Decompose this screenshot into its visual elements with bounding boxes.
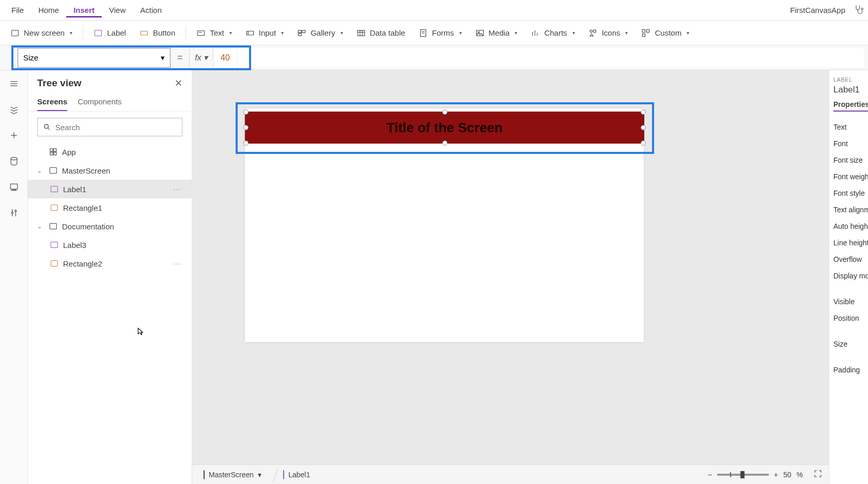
tree-node-rectangle2[interactable]: Rectangle2 ··· (28, 254, 192, 273)
chevron-down-icon: ▾ (70, 30, 72, 36)
tree-node-label3[interactable]: Label3 (28, 236, 192, 254)
hamburger-icon[interactable] (6, 75, 22, 92)
table-icon (357, 28, 366, 38)
input-button[interactable]: Input▾ (239, 25, 290, 41)
more-options-icon[interactable]: ··· (169, 185, 187, 193)
menu-file[interactable]: File (4, 3, 31, 18)
breadcrumb-separator (266, 467, 278, 482)
resize-handle[interactable] (243, 140, 249, 146)
tab-components[interactable]: Components (78, 93, 121, 111)
charts-button[interactable]: Charts▾ (524, 25, 581, 41)
chevron-down-icon: ▾ (161, 53, 165, 63)
chevron-down-icon: ▾ (625, 30, 628, 36)
data-table-button[interactable]: Data table (350, 25, 411, 41)
chevron-down-icon: ▾ (258, 471, 261, 479)
prop-line-height[interactable]: Line height (833, 235, 864, 251)
tree-node-label1[interactable]: Label1 ··· (28, 180, 192, 198)
chevron-down-icon: ⌄ (37, 167, 44, 174)
menu-view[interactable]: View (102, 3, 133, 18)
search-input[interactable] (37, 118, 182, 136)
label-button[interactable]: Label (87, 25, 132, 41)
media-button[interactable]: Media▾ (469, 25, 524, 41)
resize-handle[interactable] (641, 125, 646, 130)
health-check-icon[interactable] (854, 4, 864, 17)
advanced-tools-icon[interactable] (6, 205, 22, 221)
property-dropdown[interactable]: Size ▾ (18, 48, 171, 68)
fit-screen-icon[interactable] (813, 469, 823, 480)
svg-rect-4 (298, 30, 301, 33)
zoom-out-button[interactable]: − (708, 471, 712, 479)
chevron-down-icon: ▾ (204, 53, 208, 63)
breadcrumb-element[interactable]: Label1 (278, 471, 315, 479)
close-icon[interactable]: ✕ (175, 77, 182, 89)
canvas-area[interactable]: Title of the Screen MasterScreen ▾ Label… (192, 70, 829, 484)
svg-point-20 (14, 210, 16, 212)
zoom-thumb[interactable] (740, 471, 745, 478)
screen-icon (204, 471, 205, 479)
prop-padding[interactable]: Padding (833, 362, 864, 378)
custom-button[interactable]: Custom▾ (635, 25, 695, 41)
prop-font-style[interactable]: Font style (833, 185, 864, 201)
svg-rect-14 (647, 29, 649, 32)
charts-icon (531, 28, 540, 38)
prop-display-mode[interactable]: Display mode (833, 268, 864, 284)
prop-auto-height[interactable]: Auto height (833, 218, 864, 235)
tree-node-app[interactable]: App (28, 143, 192, 161)
svg-rect-1 (141, 31, 148, 35)
equals-sign: = (171, 52, 189, 63)
prop-text[interactable]: Text (833, 119, 864, 135)
forms-button[interactable]: Forms▾ (412, 25, 468, 41)
tab-screens[interactable]: Screens (37, 93, 67, 111)
svg-rect-17 (10, 184, 17, 189)
zoom-unit: % (797, 471, 803, 479)
resize-handle[interactable] (442, 110, 447, 115)
resize-handle[interactable] (243, 110, 249, 115)
forms-icon (419, 28, 428, 38)
prop-size[interactable]: Size (833, 336, 864, 352)
zoom-slider[interactable] (717, 474, 769, 476)
svg-rect-22 (50, 149, 53, 151)
resize-handle[interactable] (641, 140, 646, 146)
gallery-button[interactable]: Gallery▾ (291, 25, 349, 41)
chevron-down-icon: ⌄ (37, 223, 44, 230)
svg-rect-15 (643, 34, 645, 36)
formula-input[interactable] (237, 48, 864, 68)
prop-position[interactable]: Position (833, 310, 864, 326)
tab-properties[interactable]: Properties (833, 100, 868, 112)
tree-node-rectangle1[interactable]: Rectangle1 (28, 198, 192, 217)
prop-overflow[interactable]: Overflow (833, 251, 864, 268)
prop-text-alignment[interactable]: Text alignment (833, 201, 864, 218)
resize-handle[interactable] (641, 110, 646, 115)
svg-rect-6 (298, 33, 301, 36)
label-icon (50, 240, 59, 249)
data-icon[interactable] (6, 153, 22, 169)
menu-insert[interactable]: Insert (66, 3, 102, 18)
prop-font-weight[interactable]: Font weight (833, 168, 864, 185)
breadcrumb-screen[interactable]: MasterScreen ▾ (198, 471, 267, 479)
resize-handle[interactable] (442, 140, 447, 146)
tree-node-masterscreen[interactable]: ⌄ MasterScreen (28, 161, 192, 180)
app-name-label: FirstCanvasApp (790, 6, 845, 14)
button-button[interactable]: Button (133, 25, 181, 41)
prop-visible[interactable]: Visible (833, 293, 864, 310)
chevron-down-icon: ▾ (281, 30, 284, 36)
text-button[interactable]: Text▾ (190, 25, 238, 41)
icons-button[interactable]: Icons▾ (582, 25, 634, 41)
menu-home[interactable]: Home (31, 3, 66, 18)
new-screen-button[interactable]: New screen▾ (4, 25, 79, 41)
prop-font[interactable]: Font (833, 135, 864, 152)
svg-point-19 (11, 212, 13, 213)
resize-handle[interactable] (243, 125, 249, 130)
tree-node-documentation[interactable]: ⌄ Documentation (28, 217, 192, 236)
prop-font-size[interactable]: Font size (833, 152, 864, 168)
media-rail-icon[interactable] (6, 179, 22, 195)
formula-value[interactable]: 40 (213, 48, 237, 68)
insert-plus-icon[interactable] (6, 127, 22, 144)
rectangle-icon (50, 203, 59, 212)
tree-view-icon[interactable] (6, 101, 22, 118)
fx-button[interactable]: fx▾ (189, 48, 213, 68)
more-options-icon[interactable]: ··· (169, 259, 187, 268)
svg-rect-18 (11, 190, 16, 191)
menu-action[interactable]: Action (133, 3, 169, 18)
zoom-in-button[interactable]: + (774, 471, 778, 479)
